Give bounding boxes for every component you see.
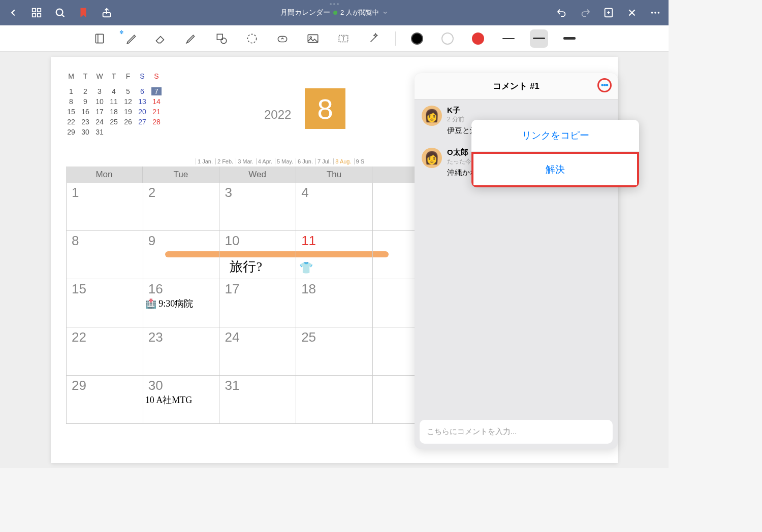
svg-rect-1 bbox=[38, 9, 41, 12]
year-label: 2022 bbox=[264, 108, 291, 122]
tool-magic[interactable] bbox=[365, 29, 383, 48]
comment-panel: コメント #1 ••• 👩 K子 2 分前 伊豆と沖縄、どっちか 👩 O太郎 た… bbox=[415, 73, 618, 449]
svg-rect-2 bbox=[33, 14, 36, 17]
tool-text[interactable]: T bbox=[334, 29, 353, 48]
window-handle[interactable] bbox=[330, 3, 339, 5]
color-black[interactable] bbox=[408, 29, 426, 48]
svg-rect-0 bbox=[33, 9, 36, 12]
grid-icon[interactable] bbox=[29, 6, 44, 20]
svg-rect-15 bbox=[96, 34, 103, 43]
title-bar: 月間カレンダー 2 人が閲覧中 bbox=[0, 0, 669, 25]
tool-lasso[interactable] bbox=[243, 29, 261, 48]
svg-point-17 bbox=[220, 38, 226, 43]
document-title[interactable]: 月間カレンダー 2 人が閲覧中 bbox=[280, 8, 388, 17]
canvas-area: MTWTFSS 12345678910111213141516171819202… bbox=[0, 52, 669, 468]
menu-resolve[interactable]: 解決 bbox=[471, 152, 639, 187]
svg-rect-19 bbox=[278, 36, 287, 42]
tool-highlighter[interactable] bbox=[182, 29, 200, 48]
presence-indicator bbox=[333, 11, 337, 15]
svg-point-14 bbox=[658, 12, 660, 14]
tool-image[interactable] bbox=[304, 29, 322, 48]
chevron-down-icon bbox=[382, 10, 388, 16]
tool-pen[interactable]: ✻ bbox=[121, 29, 139, 48]
month-badge: 8 bbox=[305, 88, 345, 129]
redo-icon[interactable] bbox=[578, 6, 592, 20]
menu-copy-link[interactable]: リンクをコピー bbox=[471, 120, 639, 152]
tool-read[interactable] bbox=[90, 29, 109, 48]
svg-rect-3 bbox=[38, 14, 41, 17]
svg-point-18 bbox=[247, 34, 256, 43]
svg-line-5 bbox=[62, 15, 64, 17]
tool-bar: ✻ T bbox=[0, 25, 669, 52]
stroke-medium[interactable] bbox=[530, 29, 548, 48]
tool-eraser[interactable] bbox=[151, 29, 170, 48]
search-icon[interactable] bbox=[53, 6, 67, 20]
comment-panel-title: コメント #1 ••• bbox=[415, 73, 618, 99]
context-menu: リンクをコピー 解決 bbox=[471, 120, 639, 187]
avatar: 👩 bbox=[422, 148, 442, 168]
mini-calendar-left: MTWTFSS 12345678910111213141516171819202… bbox=[66, 72, 162, 136]
new-page-icon[interactable] bbox=[601, 6, 616, 20]
comment-input[interactable]: こちらにコメントを入力... bbox=[420, 420, 613, 444]
color-white[interactable] bbox=[438, 29, 457, 48]
tool-stamp[interactable] bbox=[273, 29, 292, 48]
month-strip: 1 Jan.2 Feb.3 Mar.4 Apr.5 May.6 Jun.7 Ju… bbox=[196, 158, 366, 164]
svg-point-13 bbox=[654, 12, 656, 14]
comment-author: K子 bbox=[447, 106, 611, 115]
share-icon[interactable] bbox=[100, 6, 114, 20]
color-red[interactable] bbox=[469, 29, 487, 48]
svg-point-4 bbox=[56, 9, 63, 16]
stroke-thick[interactable] bbox=[560, 29, 579, 48]
undo-icon[interactable] bbox=[555, 6, 569, 20]
svg-point-12 bbox=[651, 12, 653, 14]
stroke-thin[interactable] bbox=[499, 29, 518, 48]
tool-shape[interactable] bbox=[212, 29, 231, 48]
close-icon[interactable] bbox=[625, 6, 639, 20]
avatar: 👩 bbox=[422, 106, 442, 126]
bookmark-icon[interactable] bbox=[76, 6, 90, 20]
back-button[interactable] bbox=[6, 6, 20, 20]
svg-text:T: T bbox=[341, 36, 345, 42]
comment-more-button[interactable]: ••• bbox=[597, 78, 612, 92]
more-icon[interactable] bbox=[648, 6, 662, 20]
